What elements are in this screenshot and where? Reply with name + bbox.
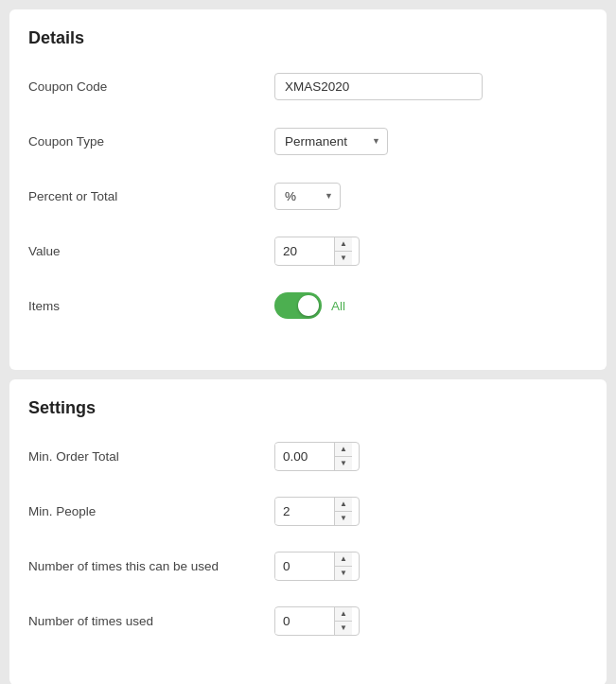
times-used-increment-button[interactable]: ▲ (335, 607, 352, 622)
percent-or-total-select-wrapper: % $ (274, 183, 341, 210)
percent-or-total-row: Percent or Total % $ (28, 177, 588, 215)
coupon-code-row: Coupon Code (28, 67, 588, 105)
items-toggle-container: All (274, 292, 345, 319)
percent-or-total-label: Percent or Total (28, 189, 274, 203)
num-times-used-label: Number of times this can be used (28, 559, 274, 573)
coupon-type-select-wrapper: Permanent One-time Limited (274, 128, 388, 155)
min-people-increment-button[interactable]: ▲ (335, 498, 352, 512)
num-times-used-spinner-buttons: ▲ ▼ (334, 552, 352, 580)
value-decrement-button[interactable]: ▼ (335, 252, 352, 265)
coupon-type-row: Coupon Type Permanent One-time Limited (28, 122, 588, 160)
value-spinner-buttons: ▲ ▼ (334, 237, 352, 265)
coupon-code-input[interactable] (274, 73, 483, 100)
min-order-total-label: Min. Order Total (28, 449, 274, 464)
min-order-total-spinner-buttons: ▲ ▼ (334, 443, 352, 470)
min-people-input[interactable] (275, 499, 334, 524)
times-used-spinner: ▲ ▼ (274, 606, 360, 636)
min-order-total-decrement-button[interactable]: ▼ (335, 457, 352, 470)
num-times-used-decrement-button[interactable]: ▼ (335, 567, 352, 580)
min-people-spinner: ▲ ▼ (274, 497, 360, 526)
times-used-decrement-button[interactable]: ▼ (335, 622, 352, 635)
min-people-spinner-buttons: ▲ ▼ (334, 498, 352, 525)
num-times-used-increment-button[interactable]: ▲ (335, 552, 352, 567)
value-row: Value ▲ ▼ (28, 232, 588, 270)
items-row: Items All (28, 287, 588, 324)
min-order-total-input[interactable] (275, 444, 334, 469)
times-used-input[interactable] (275, 608, 334, 634)
num-times-used-row: Number of times this can be used ▲ ▼ (28, 547, 588, 585)
min-order-total-row: Min. Order Total ▲ ▼ (28, 437, 588, 475)
min-order-total-spinner: ▲ ▼ (274, 442, 360, 471)
times-used-spinner-buttons: ▲ ▼ (334, 607, 352, 635)
min-people-row: Min. People ▲ ▼ (28, 492, 588, 530)
items-toggle-text: All (331, 299, 345, 313)
coupon-code-label: Coupon Code (28, 79, 274, 94)
settings-card: Settings Min. Order Total ▲ ▼ Min. Peopl… (9, 379, 607, 684)
coupon-type-select[interactable]: Permanent One-time Limited (274, 128, 388, 155)
details-card: Details Coupon Code Coupon Type Permanen… (9, 9, 607, 370)
min-order-total-increment-button[interactable]: ▲ (335, 443, 352, 457)
min-people-label: Min. People (28, 504, 274, 518)
value-input[interactable] (275, 238, 334, 264)
settings-title: Settings (28, 398, 588, 418)
value-label: Value (28, 244, 274, 258)
num-times-used-input[interactable] (275, 553, 334, 579)
value-spinner: ▲ ▼ (274, 237, 360, 266)
percent-or-total-select[interactable]: % $ (274, 183, 341, 210)
times-used-row: Number of times used ▲ ▼ (28, 602, 588, 640)
items-toggle-slider (274, 292, 322, 319)
coupon-type-label: Coupon Type (28, 134, 274, 149)
items-label: Items (28, 299, 274, 313)
times-used-label: Number of times used (28, 614, 274, 628)
details-title: Details (28, 28, 588, 48)
min-people-decrement-button[interactable]: ▼ (335, 512, 352, 525)
num-times-used-spinner: ▲ ▼ (274, 552, 360, 581)
value-increment-button[interactable]: ▲ (335, 237, 352, 252)
items-toggle[interactable] (274, 292, 322, 319)
